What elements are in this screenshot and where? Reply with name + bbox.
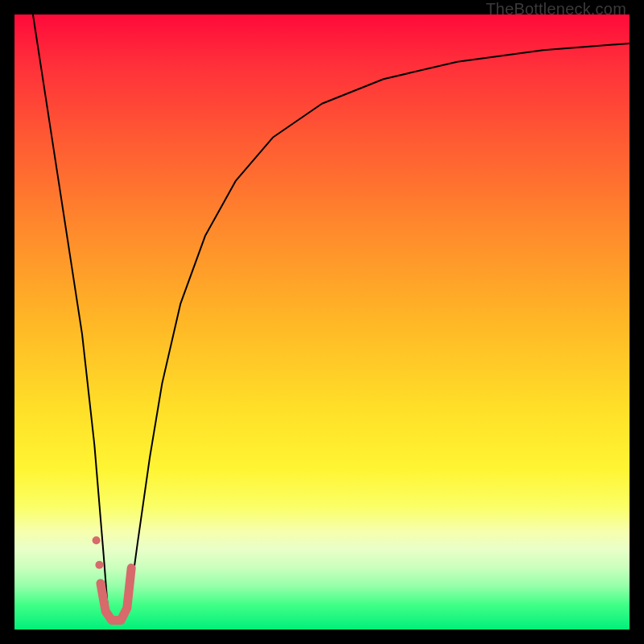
series-line bbox=[128, 43, 630, 611]
series-line bbox=[33, 14, 108, 611]
series-point bbox=[95, 561, 103, 569]
series-point bbox=[93, 536, 101, 544]
outer-frame: TheBottleneck.com bbox=[0, 0, 644, 644]
watermark-text: TheBottleneck.com bbox=[485, 0, 626, 19]
chart-svg bbox=[14, 14, 630, 630]
plot-area bbox=[14, 14, 630, 630]
